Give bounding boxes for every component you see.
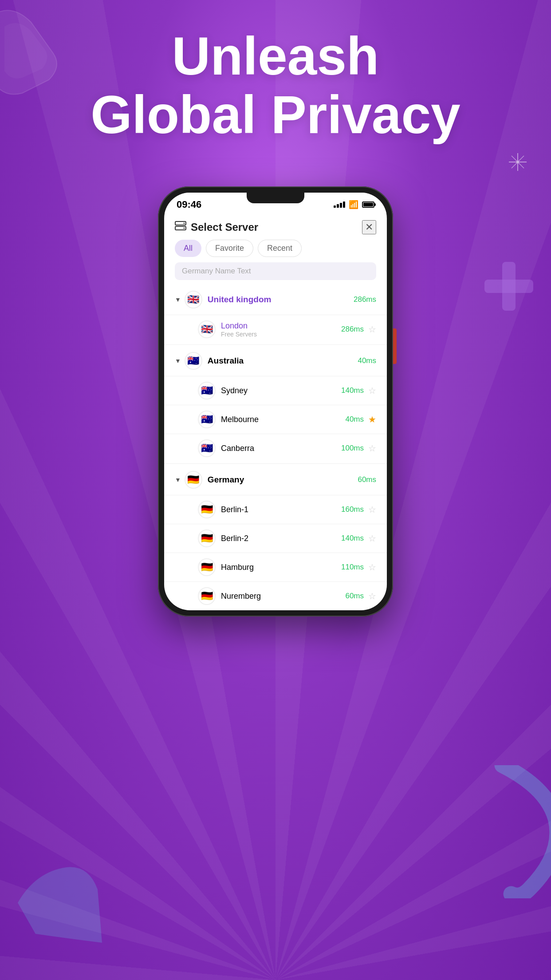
tab-all[interactable]: All — [175, 240, 201, 257]
tabs: All Favorite Recent — [164, 240, 387, 262]
latency-nuremberg: 60ms — [345, 592, 364, 601]
flag-sydney: 🇦🇺 — [198, 382, 216, 399]
flag-uk: 🇬🇧 — [185, 291, 202, 308]
app-title: Select Server — [191, 221, 258, 233]
country-row-au[interactable]: ▼ 🇦🇺 Australia 40ms — [164, 346, 387, 376]
svg-point-10 — [184, 228, 185, 229]
city-name-berlin2: Berlin-2 — [221, 534, 341, 543]
city-row-hamburg[interactable]: 🇩🇪 Hamburg 110ms ☆ — [164, 553, 387, 581]
flag-london: 🇬🇧 — [198, 320, 216, 338]
latency-canberra: 100ms — [341, 444, 364, 453]
flag-berlin2: 🇩🇪 — [198, 530, 216, 547]
star-hamburg[interactable]: ☆ — [368, 562, 376, 573]
server-list: ▼ 🇬🇧 United kingdom 286ms 🇬🇧 London Free… — [164, 285, 387, 610]
wifi-icon: 📶 — [349, 200, 358, 209]
notch — [247, 193, 304, 203]
tab-recent[interactable]: Recent — [258, 240, 302, 257]
city-info-sydney: Sydney — [221, 386, 341, 395]
flag-melbourne: 🇦🇺 — [198, 411, 216, 428]
latency-berlin1: 160ms — [341, 505, 364, 514]
deco-bottom-left-shape — [13, 863, 102, 944]
phone: 09:46 📶 — [158, 186, 393, 616]
latency-de: 60ms — [358, 475, 376, 484]
latency-hamburg: 110ms — [341, 563, 364, 572]
phone-screen: 09:46 📶 — [164, 193, 387, 610]
city-info-canberra: Canberra — [221, 444, 341, 453]
city-info-berlin1: Berlin-1 — [221, 505, 341, 514]
country-name-de: Germany — [208, 475, 358, 485]
city-row-nuremberg[interactable]: 🇩🇪 Nuremberg 60ms ☆ — [164, 581, 387, 610]
star-london[interactable]: ☆ — [368, 324, 376, 335]
country-row-de[interactable]: ▼ 🇩🇪 Germany 60ms — [164, 465, 387, 495]
country-name-au: Australia — [208, 356, 358, 366]
svg-point-9 — [184, 223, 185, 224]
latency-uk: 286ms — [354, 295, 376, 304]
svg-point-4 — [516, 161, 519, 163]
deco-plus-shape — [480, 257, 538, 317]
city-info-melbourne: Melbourne — [221, 415, 345, 424]
latency-au: 40ms — [358, 356, 376, 365]
city-row-canberra[interactable]: 🇦🇺 Canberra 100ms ☆ — [164, 434, 387, 462]
star-berlin1[interactable]: ☆ — [368, 504, 376, 515]
city-name-canberra: Canberra — [221, 444, 341, 453]
deco-sparkle-shape — [507, 151, 529, 175]
city-info-london: London Free Servers — [221, 321, 341, 338]
flag-berlin1: 🇩🇪 — [198, 501, 216, 518]
server-icon — [175, 221, 186, 233]
svg-rect-6 — [484, 280, 533, 293]
arrow-de: ▼ — [175, 476, 181, 483]
signal-icon — [334, 202, 345, 208]
star-sydney[interactable]: ☆ — [368, 385, 376, 396]
search-bar[interactable]: Germany Name Text — [175, 262, 376, 280]
headline-line2: Global Privacy — [91, 85, 460, 144]
headline: Unleash Global Privacy — [0, 27, 551, 144]
city-name-sydney: Sydney — [221, 386, 341, 395]
star-berlin2[interactable]: ☆ — [368, 533, 376, 544]
country-row-uk[interactable]: ▼ 🇬🇧 United kingdom 286ms — [164, 285, 387, 315]
status-icons: 📶 — [334, 200, 374, 209]
city-row-sydney[interactable]: 🇦🇺 Sydney 140ms ☆ — [164, 376, 387, 405]
city-info-berlin2: Berlin-2 — [221, 534, 341, 543]
city-name-hamburg: Hamburg — [221, 563, 341, 572]
city-sub-london: Free Servers — [221, 331, 341, 338]
city-info-nuremberg: Nuremberg — [221, 592, 345, 601]
city-row-berlin2[interactable]: 🇩🇪 Berlin-2 140ms ☆ — [164, 524, 387, 553]
headline-line1: Unleash — [172, 26, 379, 86]
arrow-uk: ▼ — [175, 296, 181, 303]
city-row-melbourne[interactable]: 🇦🇺 Melbourne 40ms ★ — [164, 405, 387, 434]
star-melbourne[interactable]: ★ — [368, 414, 376, 425]
city-name-nuremberg: Nuremberg — [221, 592, 345, 601]
tab-favorite[interactable]: Favorite — [206, 240, 253, 257]
latency-berlin2: 140ms — [341, 534, 364, 543]
city-name-melbourne: Melbourne — [221, 415, 345, 424]
divider-1 — [164, 344, 387, 345]
divider-2 — [164, 463, 387, 464]
city-name-london: London — [221, 321, 341, 331]
flag-canberra: 🇦🇺 — [198, 439, 216, 457]
latency-melbourne: 40ms — [345, 415, 364, 424]
latency-london: 286ms — [341, 325, 364, 334]
arrow-au: ▼ — [175, 357, 181, 364]
close-button[interactable]: ✕ — [362, 220, 376, 234]
latency-sydney: 140ms — [341, 386, 364, 395]
flag-au: 🇦🇺 — [185, 352, 202, 370]
deco-ribbon-shape — [493, 765, 551, 900]
city-info-hamburg: Hamburg — [221, 563, 341, 572]
app-title-group: Select Server — [175, 221, 258, 233]
app-header: Select Server ✕ — [164, 213, 387, 240]
battery-icon — [362, 202, 374, 208]
flag-nuremberg: 🇩🇪 — [198, 587, 216, 605]
phone-outer: 09:46 📶 — [158, 186, 393, 616]
city-name-berlin1: Berlin-1 — [221, 505, 341, 514]
star-nuremberg[interactable]: ☆ — [368, 591, 376, 601]
status-time: 09:46 — [177, 199, 201, 210]
city-row-london[interactable]: 🇬🇧 London Free Servers 286ms ☆ — [164, 315, 387, 344]
star-canberra[interactable]: ☆ — [368, 443, 376, 454]
flag-hamburg: 🇩🇪 — [198, 558, 216, 576]
country-name-uk: United kingdom — [208, 295, 354, 304]
flag-de: 🇩🇪 — [185, 471, 202, 489]
city-row-berlin1[interactable]: 🇩🇪 Berlin-1 160ms ☆ — [164, 495, 387, 524]
search-placeholder: Germany Name Text — [182, 267, 251, 275]
